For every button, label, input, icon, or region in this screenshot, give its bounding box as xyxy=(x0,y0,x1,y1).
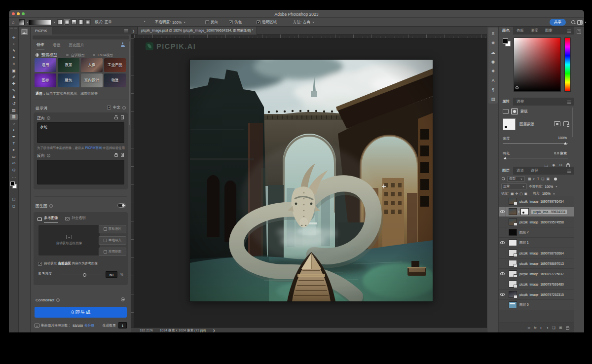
layerTabs-0[interactable]: 图层 xyxy=(499,167,513,175)
layer-row-2[interactable]: picpik_image_1690799574558 xyxy=(499,217,574,227)
tool-10[interactable]: ↺ xyxy=(10,101,18,107)
layer-thumbnail[interactable] xyxy=(509,281,517,288)
picpik-site-link[interactable]: PICPIK官网 xyxy=(85,146,102,149)
new-layer-icon[interactable]: ⊞ xyxy=(559,326,562,330)
picpik-plugin-icon[interactable] xyxy=(21,29,28,35)
hue-strip[interactable] xyxy=(564,37,571,92)
export-icon[interactable] xyxy=(577,30,581,34)
layer-fill-value[interactable]: 100% xyxy=(542,192,551,195)
layer-name[interactable]: picpik_image_1690797252315 xyxy=(519,293,564,296)
layer-name[interactable]: 图层 1 xyxy=(519,241,529,245)
layer-thumbnail[interactable] xyxy=(509,239,517,246)
dock-icon-7[interactable]: ▤ xyxy=(488,94,498,104)
controlnet-radio[interactable] xyxy=(121,297,125,301)
layer-effects-icon[interactable]: fx xyxy=(534,326,536,329)
fill-transparent-tab[interactable]: 补全透明 xyxy=(65,216,86,222)
count-value[interactable]: 1 xyxy=(118,322,127,328)
layer-thumbnail[interactable] xyxy=(509,270,517,277)
dock-icon-4[interactable]: ❖ xyxy=(488,66,498,75)
layer-visibility-toggle[interactable] xyxy=(499,279,506,290)
layer-row-3[interactable]: 图层 2 xyxy=(499,227,574,238)
layer-thumbnail[interactable] xyxy=(509,260,517,267)
model-4[interactable]: 图标 xyxy=(35,73,56,87)
edit-toolbar-icon[interactable]: ⋯ xyxy=(10,175,18,181)
tool-1[interactable]: ▫ xyxy=(10,41,18,47)
dock-icon-2[interactable]: ☁ xyxy=(488,47,498,57)
layer-visibility-toggle[interactable] xyxy=(499,269,506,279)
pasteboard[interactable]: PICPIK.AI xyxy=(134,38,487,328)
tool-6[interactable]: ✐ xyxy=(10,74,18,80)
lock-icons[interactable]: ▦✛▢▣ xyxy=(511,192,529,196)
colorTabs-0[interactable]: 颜色 xyxy=(499,27,513,35)
layer-filter-switch[interactable] xyxy=(554,178,557,181)
layer-visibility-toggle[interactable] xyxy=(499,196,506,207)
tool-20[interactable]: Q xyxy=(10,167,18,173)
dock-icon-5[interactable]: A xyxy=(488,75,498,85)
layer-name[interactable]: picpik_image_1690797693480 xyxy=(519,283,564,286)
model-3[interactable]: 工业产品 xyxy=(104,58,126,72)
picpik-tab-1[interactable]: 增强 xyxy=(53,42,61,49)
gradient-radial-button[interactable] xyxy=(64,19,70,25)
layer-thumbnail[interactable] xyxy=(509,229,517,236)
tool-3[interactable]: ✦ xyxy=(10,54,18,60)
mask-thumbnail[interactable] xyxy=(503,118,516,130)
tool-12[interactable]: ▥ xyxy=(10,114,18,120)
model-2[interactable]: 人像 xyxy=(81,58,103,72)
image-props-icon[interactable] xyxy=(503,109,509,114)
share-button[interactable]: 共享 xyxy=(550,18,566,27)
saturation-square[interactable] xyxy=(514,37,561,92)
dock-icon-3[interactable]: ◉ xyxy=(488,57,498,66)
layer-thumbnail[interactable] xyxy=(509,291,517,298)
tool-16[interactable]: T xyxy=(10,140,18,146)
search-icon[interactable] xyxy=(571,18,576,27)
layer-row-1[interactable]: 8picpik_ima...99634334 xyxy=(499,207,574,217)
upgrade-link[interactable]: 去升级 xyxy=(84,323,94,328)
gradient-angle-button[interactable] xyxy=(71,19,77,25)
generate-button[interactable]: 立即生成 xyxy=(35,307,127,318)
zoom-level[interactable]: 182.21% xyxy=(140,328,153,332)
screen-mode-button[interactable]: ◻ xyxy=(10,203,18,209)
dock-icon-6[interactable]: ¶ xyxy=(488,85,498,94)
layer-filter-type[interactable]: 类型▼ xyxy=(507,176,525,182)
strength-slider[interactable] xyxy=(61,275,102,275)
layer-visibility-toggle[interactable] xyxy=(499,248,506,258)
quick-mask-button[interactable]: ▢ xyxy=(10,196,18,202)
reverse-checkbox[interactable]: 反向 xyxy=(205,18,218,27)
layer-opacity-value[interactable]: 100% xyxy=(545,185,553,188)
tool-18[interactable]: ▭ xyxy=(10,153,18,159)
layerTabs-2[interactable]: 路径 xyxy=(527,167,542,175)
propsTabs-0[interactable]: 属性 xyxy=(499,98,513,106)
gradient-reflected-button[interactable] xyxy=(78,19,84,25)
auto-selection-checkbox[interactable]: 自动获取 当前选区 内容作为参考图像 xyxy=(38,261,98,266)
mask-badge-icon[interactable] xyxy=(554,121,560,126)
density-value[interactable]: 100% xyxy=(558,136,567,140)
tool-8[interactable]: ✎ xyxy=(10,87,18,93)
gradient-linear-button[interactable] xyxy=(57,19,63,25)
layer-visibility-toggle[interactable] xyxy=(499,300,506,310)
tool-2[interactable]: ϟ xyxy=(10,48,18,54)
tool-9[interactable]: ♟ xyxy=(10,94,18,100)
picpik-tab-0[interactable]: 创作 xyxy=(37,42,44,49)
layer-group-icon[interactable]: ❏ xyxy=(552,326,555,330)
picpik-panel-tab[interactable]: PICPIK xyxy=(31,27,52,35)
layer-row-6[interactable]: picpik_image_1690798697013 xyxy=(499,258,574,269)
dock-icon-0[interactable]: Ƨ xyxy=(488,29,498,38)
strength-value[interactable]: 60 xyxy=(106,271,117,278)
dither-checkbox[interactable]: 仿色 xyxy=(229,18,242,27)
layer-name[interactable]: picpik_image_1690798792664 xyxy=(519,252,564,255)
model-5[interactable]: 建筑 xyxy=(58,73,79,87)
clear-positive-icon[interactable] xyxy=(114,115,118,119)
positive-prompt-input[interactable]: 水蛇 xyxy=(37,122,124,143)
home-icon[interactable]: ⌂ xyxy=(12,18,14,27)
tool-7[interactable]: ✚ xyxy=(10,81,18,87)
layer-thumbnail[interactable] xyxy=(509,250,517,256)
model-7[interactable]: 动漫 xyxy=(104,73,126,87)
layer-name[interactable]: picpik_image_1690799574558 xyxy=(519,220,564,224)
copy-positive-icon[interactable] xyxy=(121,115,124,119)
ref-image-tab[interactable]: 参考图像 xyxy=(37,216,58,222)
layer-row-8[interactable]: picpik_image_1690797693480 xyxy=(499,279,574,290)
opacity-control[interactable]: 不透明度: 100%▼ xyxy=(155,18,186,27)
layer-thumbnail[interactable] xyxy=(509,218,517,225)
layerTabs-1[interactable]: 通道 xyxy=(513,167,527,175)
tool-15[interactable]: ✒ xyxy=(10,134,18,140)
